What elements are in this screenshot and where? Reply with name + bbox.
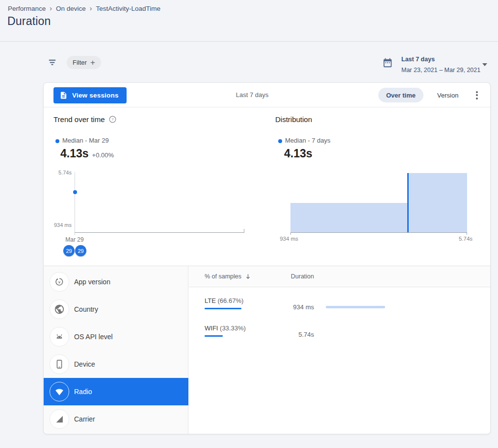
breakdown-table: % of samples Duration LTE (66.67%) 934 m… bbox=[189, 266, 491, 434]
distribution-median-value: 4.13s bbox=[284, 147, 313, 160]
duration-spark bbox=[326, 306, 385, 308]
histogram-bar bbox=[408, 173, 467, 232]
help-icon[interactable]: ? bbox=[108, 115, 117, 124]
sidebar-item-app-version[interactable]: v App version bbox=[44, 268, 188, 296]
sidebar-item-label: Country bbox=[74, 296, 98, 323]
distribution-endtick bbox=[467, 232, 467, 235]
distribution-xtick-min: 934 ms bbox=[272, 236, 306, 242]
smartphone-icon bbox=[50, 354, 69, 374]
sidebar-item-label: OS API level bbox=[74, 323, 113, 350]
breakdown-table-header: % of samples Duration bbox=[189, 266, 491, 287]
distribution-plot: 934 ms 5.74s bbox=[290, 173, 467, 232]
breadcrumb-current: TestActivity-LoadTime bbox=[96, 5, 160, 12]
svg-text:v: v bbox=[58, 280, 61, 284]
add-filter-chip[interactable]: Filter + bbox=[67, 56, 101, 69]
distribution-title-text: Distribution bbox=[275, 115, 312, 124]
filter-list-icon[interactable] bbox=[47, 57, 58, 68]
sidebar-item-country[interactable]: Country bbox=[44, 296, 188, 323]
calendar-icon bbox=[382, 57, 393, 68]
date-range-picker[interactable]: Last 7 days Mar 23, 2021 – Mar 29, 2021 bbox=[378, 53, 491, 76]
distribution-section-title: Distribution bbox=[275, 115, 312, 124]
breadcrumb-separator: › bbox=[50, 4, 52, 12]
trend-legend-label: Median - Mar 29 bbox=[62, 137, 109, 144]
trend-median-point bbox=[73, 190, 77, 194]
percent-underline bbox=[205, 335, 223, 337]
range-slider-handle-start[interactable]: 29 bbox=[63, 245, 75, 256]
radio-type-text: WIFI bbox=[205, 324, 218, 332]
breadcrumb-separator: › bbox=[90, 4, 92, 12]
wifi-icon bbox=[50, 382, 69, 401]
distribution-x-axis bbox=[290, 232, 467, 233]
card-header: View sessions Last 7 days Over time Vers… bbox=[44, 83, 490, 107]
sidebar-item-carrier[interactable]: Carrier bbox=[44, 405, 188, 433]
trend-legend-dot bbox=[55, 139, 59, 143]
distribution-value-text: 4.13s bbox=[284, 147, 313, 160]
row-duration-value: 5.74s bbox=[275, 331, 314, 338]
trend-delta-text: +0.00% bbox=[92, 151, 114, 159]
row-duration-value: 934 ms bbox=[275, 303, 314, 311]
percent-underline bbox=[205, 308, 241, 309]
globe-icon bbox=[50, 299, 69, 319]
distribution-endtick bbox=[290, 232, 291, 235]
trend-value-text: 4.13s bbox=[60, 147, 89, 160]
breakdown-sidebar: v App version Country OS API level bbox=[44, 266, 188, 434]
distribution-legend-label: Median - 7 days bbox=[285, 137, 331, 144]
trend-chart: 5.74s 934 ms Mar 29 bbox=[75, 172, 244, 232]
sidebar-item-os-api-level[interactable]: OS API level bbox=[44, 323, 188, 350]
view-sessions-label: View sessions bbox=[72, 92, 119, 99]
percent-text: (66.67%) bbox=[218, 297, 244, 304]
sort-descending-icon bbox=[244, 273, 252, 280]
percent-text: (33.33%) bbox=[220, 324, 246, 332]
overflow-menu-icon[interactable] bbox=[472, 90, 482, 100]
sidebar-item-device[interactable]: Device bbox=[44, 350, 188, 378]
document-icon bbox=[59, 91, 68, 100]
column-header-duration: Duration bbox=[275, 266, 314, 287]
header-period-label: Last 7 days bbox=[223, 91, 282, 99]
sidebar-item-label: App version bbox=[74, 268, 110, 296]
distribution-xtick-max: 5.74s bbox=[448, 236, 483, 242]
row-label-wifi[interactable]: WIFI (33.33%) bbox=[205, 324, 246, 332]
app-version-icon: v bbox=[50, 272, 69, 292]
trend-xtick-label: Mar 29 bbox=[62, 236, 87, 243]
sidebar-item-label: Device bbox=[74, 350, 95, 378]
histogram-bar bbox=[290, 203, 408, 233]
trend-x-axis-endtick bbox=[244, 229, 244, 232]
distribution-median-line bbox=[407, 173, 409, 232]
date-range-label: Mar 23, 2021 – Mar 29, 2021 bbox=[401, 67, 480, 74]
sidebar-item-label: Carrier bbox=[74, 405, 95, 433]
tab-over-time[interactable]: Over time bbox=[378, 88, 423, 102]
trend-median-value: 4.13s +0.00% bbox=[60, 147, 114, 160]
cellular-signal-icon bbox=[50, 409, 69, 429]
range-slider-handle-end[interactable]: 29 bbox=[75, 245, 86, 256]
svg-text:?: ? bbox=[112, 117, 114, 122]
filter-chip-label: Filter bbox=[73, 59, 87, 66]
trend-y-axis bbox=[75, 172, 75, 235]
column-header-percent-of-samples[interactable]: % of samples bbox=[205, 266, 252, 287]
trend-title-text: Trend over time bbox=[53, 115, 105, 124]
sidebar-item-radio[interactable]: Radio bbox=[44, 378, 188, 405]
duration-card: View sessions Last 7 days Over time Vers… bbox=[43, 82, 491, 434]
trend-ytick-min: 934 ms bbox=[46, 222, 72, 228]
distribution-legend-dot bbox=[278, 139, 282, 143]
breadcrumb-on-device[interactable]: On device bbox=[56, 5, 86, 12]
page-title: Duration bbox=[7, 15, 51, 28]
divider bbox=[0, 41, 498, 42]
column-label: % of samples bbox=[205, 266, 241, 287]
trend-x-axis bbox=[75, 232, 244, 233]
radio-type-text: LTE bbox=[205, 297, 216, 304]
breadcrumb: Performance › On device › TestActivity-L… bbox=[8, 4, 160, 12]
trend-section-title: Trend over time ? bbox=[53, 115, 117, 124]
performance-duration-page: Performance › On device › TestActivity-L… bbox=[0, 0, 498, 448]
tab-version[interactable]: Version bbox=[429, 88, 466, 102]
trend-ytick-max: 5.74s bbox=[46, 170, 72, 175]
date-preset-label: Last 7 days bbox=[401, 56, 435, 63]
breadcrumb-performance[interactable]: Performance bbox=[8, 5, 46, 12]
sidebar-item-label: Radio bbox=[74, 378, 92, 405]
plus-icon: + bbox=[90, 58, 95, 68]
android-icon bbox=[50, 327, 69, 347]
dropdown-caret-icon bbox=[482, 63, 487, 66]
view-sessions-button[interactable]: View sessions bbox=[53, 87, 127, 103]
row-label-lte[interactable]: LTE (66.67%) bbox=[205, 297, 243, 304]
